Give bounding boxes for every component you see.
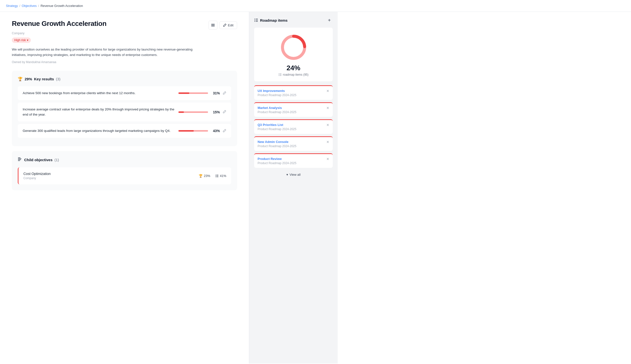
kr-text: Achieve 500 new bookings from enterprise… (23, 91, 174, 96)
roadmap-item-info: UX Improvements Product Roadmap 2024-202… (258, 89, 296, 97)
list-icon (254, 18, 258, 22)
roadmap-item-title[interactable]: Q3 Priorities List (258, 123, 296, 127)
risk-label: High risk (14, 38, 26, 42)
breadcrumb-sep-2: / (38, 4, 39, 8)
owner-label: Owned by Mandukhai Amarsanaa (12, 60, 237, 64)
svg-rect-24 (280, 74, 282, 75)
roadmap-item-info: Market Analysis Product Roadmap 2024-202… (258, 106, 296, 114)
risk-badge[interactable]: High risk ▾ (12, 38, 31, 43)
company-label: Company (12, 32, 237, 35)
svg-rect-17 (254, 21, 255, 22)
view-all-label: View all (290, 173, 301, 176)
sidebar-title: Roadmap items (254, 18, 288, 22)
key-results-list: Achieve 500 new bookings from enterprise… (18, 86, 231, 138)
svg-rect-15 (254, 20, 255, 20)
roadmap-item-title[interactable]: UX Improvements (258, 89, 296, 93)
roadmap-item-title[interactable]: Market Analysis (258, 106, 296, 110)
child-roadmap-percent: 41% (220, 174, 226, 178)
roadmap-item-sub: Product Roadmap 2024-2025 (258, 162, 296, 165)
key-results-count: (3) (56, 77, 60, 81)
kr-right: 31% (178, 91, 226, 95)
child-objectives-list: Cost Optimization Company 🏆 23% 41% (18, 167, 231, 184)
donut-list-icon (278, 73, 282, 76)
view-all-button[interactable]: ▾ View all (254, 170, 333, 179)
roadmap-item-info: Q3 Priorities List Product Roadmap 2024-… (258, 123, 296, 131)
edit-icon (223, 24, 226, 27)
key-result-item: Generate 300 qualified leads from large … (18, 124, 231, 138)
svg-rect-26 (280, 76, 282, 76)
svg-rect-22 (280, 74, 282, 74)
roadmap-item-header: UX Improvements Product Roadmap 2024-202… (258, 89, 329, 97)
chevron-down-icon: ▾ (286, 173, 288, 176)
svg-rect-18 (256, 21, 258, 22)
kr-text: Increase average contract value for ente… (23, 107, 174, 117)
kr-edit-button[interactable] (223, 129, 226, 133)
roadmap-item-title[interactable]: New Admin Console (258, 140, 296, 144)
child-obj-icon (18, 157, 22, 162)
svg-rect-11 (216, 177, 216, 177)
child-trophy-percent: 23% (204, 174, 210, 178)
svg-rect-0 (211, 24, 215, 24)
progress-bar-fill (178, 130, 194, 132)
svg-rect-5 (18, 160, 21, 160)
roadmap-item-close-button[interactable]: ✕ (326, 89, 329, 93)
content-area: Revenue Growth Acceleration Edit C (0, 12, 249, 364)
svg-rect-7 (216, 175, 216, 175)
roadmap-item-header: Product Review Product Roadmap 2024-2025… (258, 157, 329, 165)
roadmap-item-close-button[interactable]: ✕ (326, 123, 329, 127)
kr-text: Generate 300 qualified leads from large … (23, 128, 174, 133)
kr-edit-button[interactable] (223, 110, 226, 114)
svg-rect-21 (278, 74, 280, 74)
child-objectives-header: Child objectives (1) (18, 157, 231, 162)
progress-bar-fill (178, 92, 189, 94)
child-objective-item: Cost Optimization Company 🏆 23% 41% (18, 167, 231, 184)
kr-edit-button[interactable] (223, 91, 226, 95)
svg-rect-10 (216, 176, 218, 176)
roadmap-item-sub: Product Roadmap 2024-2025 (258, 144, 296, 148)
progress-bar (178, 112, 208, 113)
key-results-section: 🏆 29% Key results (3) Achieve 500 new bo… (12, 71, 237, 146)
donut-percent: 24% (286, 64, 300, 72)
breadcrumb-strategy[interactable]: Strategy (6, 4, 18, 8)
donut-chart (279, 32, 308, 62)
svg-rect-9 (216, 176, 216, 176)
child-stat-trophy: 🏆 23% (199, 174, 210, 178)
progress-bar-fill (178, 112, 184, 113)
roadmap-item-close-button[interactable]: ✕ (326, 106, 329, 110)
key-result-item: Achieve 500 new bookings from enterprise… (18, 86, 231, 100)
roadmap-item-sub: Product Roadmap 2024-2025 (258, 94, 296, 97)
breadcrumb: Strategy / Objectives / Revenue Growth A… (0, 0, 631, 12)
roadmap-item-header: Q3 Priorities List Product Roadmap 2024-… (258, 123, 329, 131)
key-result-item: Increase average contract value for ente… (18, 102, 231, 122)
svg-rect-16 (256, 20, 258, 20)
edit-button[interactable]: Edit (219, 22, 237, 29)
breadcrumb-objectives[interactable]: Objectives (22, 4, 37, 8)
child-trophy-icon: 🏆 (199, 174, 202, 178)
child-roadmap-icon (215, 174, 219, 178)
risk-chevron-icon: ▾ (27, 38, 28, 42)
svg-rect-1 (211, 25, 215, 26)
description: We will position ourselves as the leadin… (12, 47, 204, 58)
kr-percent: 15% (211, 110, 220, 114)
svg-rect-23 (278, 74, 280, 75)
kr-percent: 31% (211, 91, 220, 95)
breadcrumb-sep-1: / (19, 4, 20, 8)
svg-rect-25 (278, 76, 280, 76)
roadmap-item-title[interactable]: Product Review (258, 157, 296, 161)
child-obj-stats: 🏆 23% 41% (199, 174, 226, 178)
edit-label: Edit (228, 24, 234, 27)
progress-bar (178, 92, 208, 94)
roadmap-item-sub: Product Roadmap 2024-2025 (258, 128, 296, 131)
add-roadmap-item-button[interactable]: + (326, 17, 333, 24)
svg-rect-12 (216, 177, 218, 177)
roadmap-item: Product Review Product Roadmap 2024-2025… (254, 153, 333, 168)
roadmap-item-header: Market Analysis Product Roadmap 2024-202… (258, 106, 329, 114)
kr-percent: 43% (211, 129, 220, 133)
svg-rect-6 (18, 160, 20, 161)
donut-chart-container: 24% roadmap items (95) (254, 28, 333, 81)
roadmap-item-close-button[interactable]: ✕ (326, 157, 329, 161)
page-title: Revenue Growth Acceleration (12, 20, 106, 28)
roadmap-item-close-button[interactable]: ✕ (326, 140, 329, 144)
menu-button[interactable] (208, 21, 218, 30)
roadmap-item-info: New Admin Console Product Roadmap 2024-2… (258, 140, 296, 148)
